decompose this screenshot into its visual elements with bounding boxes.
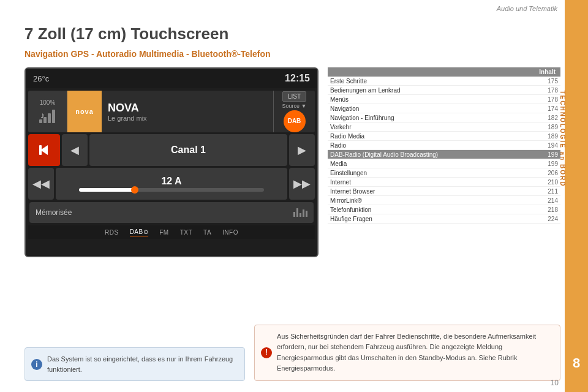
- memorisee-display[interactable]: Mémorisée: [29, 202, 314, 223]
- toc-item-label: Radio: [328, 141, 536, 150]
- toc-item-page: 178: [536, 86, 560, 95]
- nav-txt[interactable]: TXT: [180, 229, 192, 236]
- dab-button[interactable]: DAB: [284, 110, 306, 132]
- toc-row: Internet Browser211: [328, 187, 560, 196]
- nav-fm[interactable]: FM: [159, 229, 168, 236]
- temperature-display: 26°c: [33, 74, 49, 83]
- toc-item-label: Menüs: [328, 95, 536, 104]
- list-button[interactable]: LIST: [282, 91, 306, 102]
- toc-item-label: Internet Browser: [328, 187, 536, 196]
- section-title: Audio und Telematik: [497, 5, 557, 12]
- toc-row: Media199: [328, 159, 560, 168]
- toc-item-label: Bedienungen am Lenkrad: [328, 86, 536, 95]
- next-track-button[interactable]: ▶▶: [289, 168, 315, 200]
- page-number: 10: [551, 379, 559, 387]
- toc-item-label: Internet: [328, 178, 536, 187]
- toc-item-label: Media: [328, 159, 536, 168]
- screen-topbar: 26°c 12:15: [26, 69, 317, 88]
- toc-item-label: Häufige Fragen: [328, 214, 536, 224]
- screen-content: 100% ♪ nova NOVA Le grand mix LIST: [26, 88, 317, 256]
- toc-item-page: 182: [536, 113, 560, 123]
- time-display: 12:15: [285, 73, 310, 84]
- signal-icon: ♪: [38, 107, 58, 124]
- source-dab-box: Source ▼ DAB: [282, 103, 307, 132]
- toc-item-page: 214: [536, 196, 560, 205]
- source-label: Source ▼: [282, 103, 307, 109]
- station-name: NOVA: [108, 102, 267, 115]
- toc-item-label: Navigation: [328, 104, 536, 113]
- nav-dab[interactable]: DAB⊙: [130, 228, 149, 236]
- toc-row: Internet210: [328, 178, 560, 187]
- signal-box: 100% ♪: [28, 91, 67, 132]
- toc-row: Erste Schritte175: [328, 77, 560, 86]
- page-subtitle: Navigation GPS - Autoradio Multimedia - …: [24, 49, 271, 59]
- sidebar-tab: 8: [565, 0, 588, 392]
- toc-item-label: Verkehr: [328, 123, 536, 132]
- toc-item-label: Erste Schritte: [328, 77, 536, 86]
- toc-item-page: 178: [536, 95, 560, 104]
- toc-item-page: 189: [536, 132, 560, 141]
- toc-item-page: 218: [536, 205, 560, 214]
- next-channel-button[interactable]: ▶: [289, 134, 315, 166]
- info-box-red: ! Aus Sicherheitsgründen darf der Fahrer…: [254, 325, 560, 381]
- toc-item-page: 194: [536, 141, 560, 150]
- prev-track-icon: ◀◀: [32, 177, 50, 190]
- toc-row: Telefonfunktion218: [328, 205, 560, 214]
- track-row: ◀◀ 12 A ▶▶: [28, 168, 315, 200]
- toc-item-page: 199: [536, 159, 560, 168]
- toc-item-label: Navigation - Einführung: [328, 113, 536, 123]
- toc-item-page: 175: [536, 77, 560, 86]
- track-name: 12 A: [161, 176, 181, 187]
- track-display: 12 A: [56, 168, 287, 200]
- station-subtitle: Le grand mix: [108, 115, 267, 122]
- signal-percent: 100%: [40, 99, 56, 106]
- toc-item-label: Telefonfunktion: [328, 205, 536, 214]
- svg-text:♪: ♪: [40, 110, 45, 120]
- nav-info[interactable]: INFO: [222, 229, 238, 236]
- toc-item-page: 199: [536, 150, 560, 159]
- next-arrow-icon: ▶: [298, 143, 306, 157]
- toc-row: MirrorLink®214: [328, 196, 560, 205]
- toc-row: Einstellungen206: [328, 168, 560, 178]
- info-box-blue: i Das System ist so eingerichtet, dass e…: [24, 347, 245, 381]
- bottom-nav-strip: RDS DAB⊙ FM TXT TA INFO: [28, 225, 315, 239]
- info-blue-text: Das System ist so eingerichtet, dass es …: [47, 355, 233, 373]
- toc-row: Menüs178: [328, 95, 560, 104]
- toc-table: Erste Schritte175Bedienungen am Lenkrad1…: [328, 77, 560, 224]
- nav-ta[interactable]: TA: [203, 229, 211, 236]
- chapter-number: 8: [573, 355, 580, 371]
- prev-arrow-icon: ◀: [70, 143, 79, 157]
- prev-track-button[interactable]: ◀◀: [28, 168, 54, 200]
- source-list-box[interactable]: LIST Source ▼ DAB: [273, 91, 315, 132]
- info-icon: i: [31, 359, 42, 370]
- toc-item-page: 210: [536, 178, 560, 187]
- toc-header: Inhalt: [328, 67, 560, 77]
- toc-row: Verkehr189: [328, 123, 560, 132]
- toc-row: Navigation174: [328, 104, 560, 113]
- back-button[interactable]: [28, 134, 60, 166]
- toc-item-label: DAB-Radio (Digital Audio Broadcasting): [328, 150, 536, 159]
- memorisee-row: Mémorisée: [28, 202, 315, 224]
- toc-row: Radio Media189: [328, 132, 560, 141]
- radio-info-bar: 100% ♪ nova NOVA Le grand mix LIST: [28, 91, 315, 132]
- toc-row: Bedienungen am Lenkrad178: [328, 86, 560, 95]
- back-icon: [36, 141, 53, 159]
- nova-logo: nova: [67, 91, 102, 132]
- toc-item-page: 174: [536, 104, 560, 113]
- prev-channel-button[interactable]: ◀: [62, 134, 88, 166]
- toc-item-page: 189: [536, 123, 560, 132]
- equalizer-icon: [293, 208, 307, 217]
- svg-rect-2: [48, 113, 51, 123]
- station-info: NOVA Le grand mix: [102, 91, 273, 132]
- toc-item-label: MirrorLink®: [328, 196, 536, 205]
- toc-item-page: 211: [536, 187, 560, 196]
- toc-panel: Inhalt Erste Schritte175Bedienungen am L…: [328, 67, 560, 224]
- track-progress-thumb: [131, 186, 138, 194]
- track-progress-bar[interactable]: [79, 188, 264, 192]
- nav-rds[interactable]: RDS: [105, 229, 119, 236]
- nav-row: ◀ Canal 1 ▶: [28, 134, 315, 166]
- toc-row: Navigation - Einführung182: [328, 113, 560, 123]
- car-screen: 26°c 12:15 100% ♪ nova NOVA Le grand: [24, 67, 318, 257]
- toc-row: DAB-Radio (Digital Audio Broadcasting)19…: [328, 150, 560, 159]
- info-red-text: Aus Sicherheitsgründen darf der Fahrer B…: [277, 333, 536, 372]
